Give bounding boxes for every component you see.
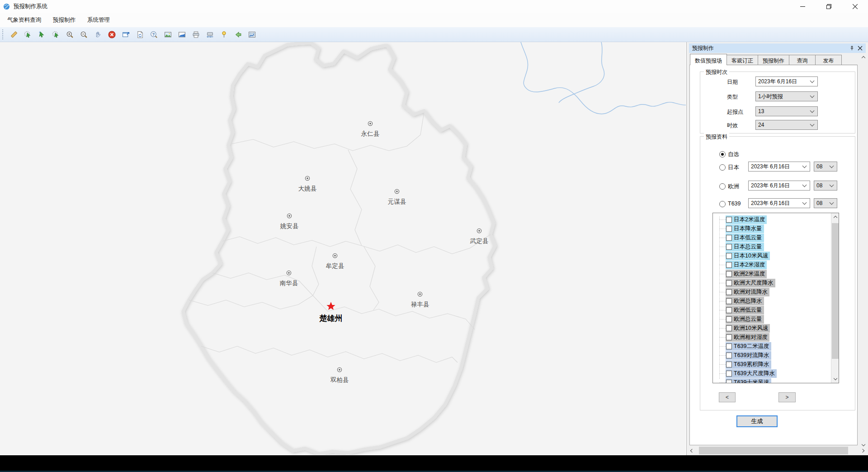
image-export-icon[interactable] <box>178 31 186 38</box>
checkbox[interactable] <box>726 262 732 268</box>
checkbox[interactable] <box>726 343 732 349</box>
checkbox[interactable] <box>726 380 732 384</box>
panel-horizontal-scrollbar[interactable] <box>688 446 867 455</box>
checkbox[interactable] <box>726 289 732 295</box>
checkbox[interactable] <box>726 362 732 367</box>
checkbox[interactable] <box>726 226 732 232</box>
checkbox[interactable] <box>726 353 732 358</box>
pin-icon[interactable] <box>848 44 856 52</box>
radio-自选[interactable] <box>719 151 726 157</box>
list-item[interactable]: 欧洲总云量 <box>713 315 764 324</box>
scroll-down-icon[interactable] <box>831 375 839 383</box>
zoom-out-icon[interactable] <box>80 31 88 38</box>
tab-2[interactable]: 客观订正 <box>727 55 758 65</box>
printer-icon[interactable] <box>192 31 200 38</box>
combo-欧洲-hour[interactable]: 08 <box>814 181 837 191</box>
combo-T639-date[interactable]: 2023年 6月16日 <box>748 198 810 208</box>
ruler-icon[interactable] <box>10 31 18 38</box>
list-item[interactable]: 欧洲总降水 <box>713 296 764 305</box>
maximize-icon[interactable] <box>816 0 842 13</box>
toolbar-grip[interactable] <box>2 29 4 39</box>
list-item[interactable]: 欧洲低云量 <box>713 305 764 315</box>
stop-icon[interactable] <box>108 31 116 38</box>
tab-3[interactable]: 预报制作 <box>758 55 789 65</box>
list-item[interactable]: 日本10米风速 <box>713 251 770 260</box>
list-item[interactable]: T639十米风速 <box>713 378 771 383</box>
list-item[interactable]: 日本2米湿度 <box>713 260 767 269</box>
checkbox[interactable] <box>726 271 732 277</box>
back-arrow-icon[interactable] <box>234 31 242 38</box>
combo-T639-hour[interactable]: 08 <box>814 198 837 208</box>
list-item[interactable]: 日本降水量 <box>713 224 764 233</box>
radio-日本[interactable] <box>719 164 726 171</box>
scroll-thumb[interactable] <box>699 447 848 454</box>
panel-close-icon[interactable] <box>856 44 864 52</box>
list-item[interactable]: 欧洲大尺度降水 <box>713 278 775 287</box>
location-pin-icon[interactable] <box>220 31 228 38</box>
tab-4[interactable]: 查询 <box>789 55 816 65</box>
globe-app-icon <box>3 3 10 10</box>
print-fit-icon[interactable] <box>206 31 214 38</box>
checkbox[interactable] <box>726 253 732 259</box>
checkbox[interactable] <box>726 371 732 377</box>
tab-1[interactable]: 数值预报场 <box>690 54 727 65</box>
refresh-document-icon[interactable] <box>136 31 144 38</box>
scroll-up-icon[interactable] <box>859 53 867 61</box>
combo-日本-date[interactable]: 2023年 6月16日 <box>748 162 810 172</box>
combo-date[interactable]: 2023年 6月16日 <box>755 76 818 86</box>
list-item[interactable]: 日本低云量 <box>713 233 764 242</box>
checkbox[interactable] <box>726 244 732 250</box>
menu-item-3[interactable]: 系统管理 <box>82 14 115 26</box>
list-item[interactable]: T639大尺度降水 <box>713 369 777 378</box>
combo-type[interactable]: 1小时预报 <box>755 91 818 101</box>
list-item[interactable]: 欧洲10米风速 <box>713 324 770 333</box>
list-item[interactable]: 日本2米温度 <box>713 215 767 224</box>
scroll-right-icon[interactable] <box>859 447 867 454</box>
minimize-icon[interactable] <box>789 0 816 13</box>
cursor-arrow-icon[interactable] <box>38 31 46 38</box>
panel-vertical-scrollbar[interactable] <box>859 53 868 449</box>
checkbox[interactable] <box>726 325 732 331</box>
close-icon[interactable] <box>842 0 868 13</box>
list-scrollbar[interactable] <box>831 213 839 383</box>
combo-日本-hour[interactable]: 08 <box>814 162 837 172</box>
checkbox[interactable] <box>726 235 732 241</box>
list-item[interactable]: 欧洲相对湿度 <box>713 333 769 342</box>
field-label: 日期 <box>727 78 738 86</box>
list-item[interactable]: 欧洲对流降水 <box>713 287 769 296</box>
list-item[interactable]: 欧洲2米温度 <box>713 269 767 278</box>
scroll-left-icon[interactable] <box>688 447 695 454</box>
select-area-icon[interactable] <box>52 31 60 38</box>
pan-hand-icon[interactable] <box>94 31 102 38</box>
combo-start-hour[interactable]: 13 <box>755 106 818 116</box>
generate-button[interactable]: 生成 <box>736 415 778 427</box>
tab-5[interactable]: 发布 <box>816 55 842 65</box>
checkbox[interactable] <box>726 307 732 313</box>
checkbox[interactable] <box>726 280 732 286</box>
zoom-in-icon[interactable] <box>66 31 74 38</box>
map-canvas[interactable]: 永仁县大姚县元谋县姚安县武定县牟定县南华县禄丰县双柏县楚雄州 <box>0 42 686 455</box>
map-export-icon[interactable] <box>248 31 256 38</box>
next-button[interactable]: > <box>778 392 796 402</box>
combo-欧洲-date[interactable]: 2023年 6月16日 <box>748 181 810 191</box>
select-area-zoom-icon[interactable] <box>24 31 32 38</box>
image-icon[interactable] <box>164 31 172 38</box>
list-item[interactable]: T639对流降水 <box>713 351 771 360</box>
checkbox[interactable] <box>726 217 732 223</box>
checkbox[interactable] <box>726 316 732 322</box>
help-search-icon[interactable]: ? <box>150 31 158 38</box>
radio-欧洲[interactable] <box>719 183 726 190</box>
window-chart-icon[interactable] <box>122 31 130 38</box>
scroll-thumb[interactable] <box>832 223 839 359</box>
checkbox[interactable] <box>726 334 732 340</box>
radio-T639[interactable] <box>719 201 726 207</box>
list-item[interactable]: T639累积降水 <box>713 360 771 369</box>
menu-item-1[interactable]: 气象资料查询 <box>2 14 46 26</box>
checkbox[interactable] <box>726 298 732 304</box>
menu-item-2[interactable]: 预报制作 <box>48 14 80 26</box>
combo-duration[interactable]: 24 <box>755 120 818 130</box>
list-item[interactable]: 日本总云量 <box>713 242 764 251</box>
scroll-up-icon[interactable] <box>831 213 839 221</box>
prev-button[interactable]: < <box>719 392 736 402</box>
list-item[interactable]: T639二米温度 <box>713 342 771 351</box>
